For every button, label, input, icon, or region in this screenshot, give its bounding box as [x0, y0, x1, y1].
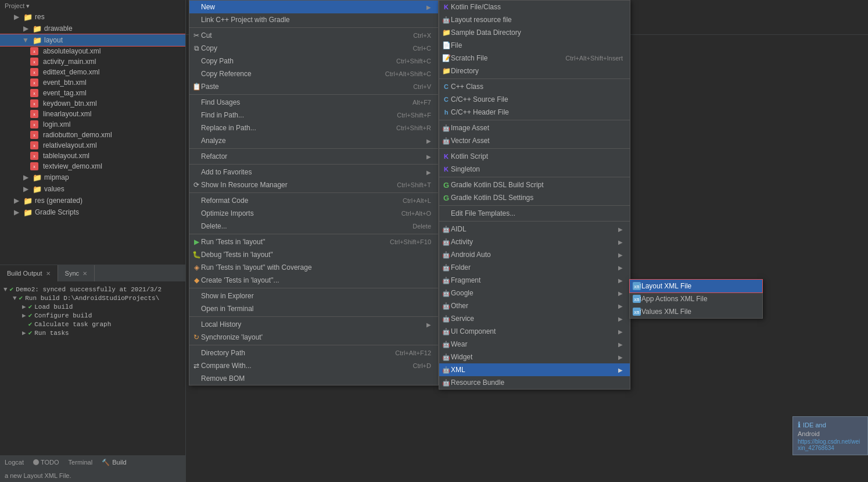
- menu-item-remove-bom[interactable]: Remove BOM: [189, 372, 438, 385]
- menu-item-copy-reference[interactable]: Copy Reference Ctrl+Alt+Shift+C: [189, 67, 438, 80]
- menu-item-analyze[interactable]: Analyze ▶: [189, 134, 438, 147]
- tree-item-gradle-scripts[interactable]: ▶ 📁 Gradle Scripts: [0, 206, 185, 218]
- menu-item-resource-bundle[interactable]: 🤖 Resource Bundle: [439, 376, 630, 389]
- menu-item-paste[interactable]: 📋 Paste Ctrl+V: [189, 80, 438, 93]
- menu-item-run-with-coverage[interactable]: ◈ Run 'Tests in 'layout'' with Coverage: [189, 261, 438, 274]
- tree-item-tablelayout[interactable]: x tablelayout.xml: [0, 151, 185, 161]
- menu-item-fragment[interactable]: 🤖 Fragment ▶: [439, 274, 630, 287]
- build-line[interactable]: ▶ ✔ Configure build: [3, 311, 182, 320]
- menu-item-find-usages[interactable]: Find Usages Alt+F7: [189, 96, 438, 109]
- build-line[interactable]: ▶ ✔ Load build: [3, 302, 182, 311]
- menu-item-activity[interactable]: 🤖 Activity ▶: [439, 235, 630, 248]
- build-line[interactable]: ▼ ✔ Run build D:\AndroidStudioProjects\: [3, 294, 182, 302]
- menu-item-local-history[interactable]: Local History ▶: [189, 318, 438, 331]
- menu-item-scratch-file[interactable]: 📝 Scratch File Ctrl+Alt+Shift+Insert: [439, 52, 630, 65]
- tool-todo[interactable]: TODO: [33, 459, 59, 466]
- menu-item-service[interactable]: 🤖 Service ▶: [439, 312, 630, 325]
- tool-build[interactable]: 🔨 Build: [102, 459, 126, 466]
- menu-item-edit-templates[interactable]: Edit File Templates...: [439, 207, 630, 220]
- menu-item-compare-with[interactable]: ⇄ Compare With... Ctrl+D: [189, 359, 438, 372]
- tree-item-keydown-btn[interactable]: x keydown_btn.xml: [0, 98, 185, 109]
- tree-item-res-generated[interactable]: ▶ 📁 res (generated): [0, 195, 185, 206]
- menu-item-widget[interactable]: 🤖 Widget ▶: [439, 351, 630, 363]
- tree-item-activity-main[interactable]: x activity_main.xml: [0, 56, 185, 67]
- tree-item-label: event_tag.xml: [43, 89, 87, 97]
- tree-item-login[interactable]: x login.xml: [0, 119, 185, 130]
- close-icon[interactable]: ✕: [46, 270, 51, 277]
- menu-item-image-asset[interactable]: 🤖 Image Asset: [439, 122, 630, 134]
- tree-item-absolutelayout[interactable]: x absolutelayout.xml: [0, 46, 185, 56]
- tree-item-radiobutton-demo[interactable]: x radiobutton_demo.xml: [0, 130, 185, 140]
- menu-item-copy-path[interactable]: Copy Path Ctrl+Shift+C: [189, 55, 438, 67]
- tree-item-event-tag[interactable]: x event_tag.xml: [0, 88, 185, 98]
- menu-item-cpp-header[interactable]: h C/C++ Header File: [439, 106, 630, 119]
- menu-item-show-explorer[interactable]: Show in Explorer: [189, 290, 438, 302]
- tree-item-res[interactable]: ▶ 📁 res: [0, 11, 185, 23]
- menu-item-kotlin-file[interactable]: K Kotlin File/Class: [439, 1, 630, 13]
- menu-item-run-tests[interactable]: ▶ Run 'Tests in 'layout'' Ctrl+Shift+F10: [189, 235, 438, 248]
- menu-item-directory[interactable]: 📁 Directory: [439, 65, 630, 77]
- tool-strip: Logcat TODO Terminal 🔨 Build: [0, 455, 185, 469]
- tool-terminal[interactable]: Terminal: [69, 459, 93, 466]
- menu-label: Copy: [201, 44, 217, 52]
- menu-item-singleton[interactable]: K Singleton: [439, 163, 630, 176]
- menu-item-cut[interactable]: ✂ Cut Ctrl+X: [189, 29, 438, 42]
- close-icon[interactable]: ✕: [83, 270, 87, 277]
- tree-item-edittext-demo[interactable]: x edittext_demo.xml: [0, 67, 185, 77]
- tree-item-layout[interactable]: ▼ 📁 layout: [0, 34, 185, 46]
- menu-item-gradle-build[interactable]: G Gradle Kotlin DSL Build Script: [439, 178, 630, 191]
- tab-build-output[interactable]: Build Output ✕: [0, 265, 58, 281]
- menu-item-aidl[interactable]: 🤖 AIDL ▶: [439, 223, 630, 235]
- folder-icon: 📁: [23, 12, 33, 22]
- context-menu-main: New ▶ Link C++ Project with Gradle ✂ Cut…: [189, 0, 439, 385]
- menu-item-google[interactable]: 🤖 Google ▶: [439, 287, 630, 299]
- menu-item-gradle-settings[interactable]: G Gradle Kotlin DSL Settings: [439, 191, 630, 204]
- tab-sync[interactable]: Sync ✕: [58, 265, 95, 281]
- menu-item-open-terminal[interactable]: Open in Terminal: [189, 302, 438, 315]
- menu-item-directory-path[interactable]: Directory Path Ctrl+Alt+F12: [189, 347, 438, 359]
- menu-item-synchronize[interactable]: ↻ Synchronize 'layout': [189, 331, 438, 344]
- menu-item-values-xml[interactable]: xml Values XML File: [630, 305, 762, 318]
- tree-item-drawable[interactable]: ▶ 📁 drawable: [0, 23, 185, 34]
- menu-item-other[interactable]: 🤖 Other ▶: [439, 299, 630, 312]
- menu-item-ui-component[interactable]: 🤖 UI Component ▶: [439, 325, 630, 338]
- menu-item-debug-tests[interactable]: 🐛 Debug 'Tests in 'layout'': [189, 248, 438, 261]
- menu-item-folder[interactable]: 🤖 Folder ▶: [439, 261, 630, 274]
- menu-item-reformat[interactable]: Reformat Code Ctrl+Alt+L: [189, 194, 438, 207]
- menu-item-create-tests[interactable]: ◆ Create 'Tests in 'layout''...: [189, 274, 438, 287]
- menu-item-cpp-class[interactable]: C C++ Class: [439, 80, 630, 93]
- menu-separator: [189, 27, 438, 28]
- tree-item-values[interactable]: ▶ 📁 values: [0, 183, 185, 195]
- tree-item-event-btn[interactable]: x event_btn.xml: [0, 77, 185, 88]
- tree-item-label: res: [35, 13, 45, 21]
- menu-item-show-resource-manager[interactable]: ⟳ Show In Resource Manager Ctrl+Shift+T: [189, 178, 438, 191]
- menu-item-wear[interactable]: 🤖 Wear ▶: [439, 338, 630, 351]
- menu-item-find-in-path[interactable]: Find in Path... Ctrl+Shift+F: [189, 109, 438, 122]
- tree-item-textview-demo[interactable]: x textview_demo.xml: [0, 161, 185, 172]
- build-line[interactable]: ▼ ✔ Demo2: synced successfully at 2021/3…: [3, 285, 182, 294]
- menu-label: Show in Explorer: [201, 292, 254, 300]
- menu-item-android-auto[interactable]: 🤖 Android Auto ▶: [439, 248, 630, 261]
- tree-item-linearlayout[interactable]: x linearlayout.xml: [0, 109, 185, 119]
- menu-item-vector-asset[interactable]: 🤖 Vector Asset: [439, 134, 630, 147]
- menu-item-cpp-source[interactable]: C C/C++ Source File: [439, 93, 630, 106]
- menu-item-delete[interactable]: Delete... Delete: [189, 220, 438, 233]
- tool-logcat[interactable]: Logcat: [5, 459, 24, 466]
- menu-item-layout-xml-file[interactable]: xml Layout XML File: [630, 280, 762, 292]
- build-line[interactable]: ▶ ✔ Run tasks: [3, 329, 182, 337]
- menu-item-refactor[interactable]: Refactor ▶: [189, 150, 438, 163]
- menu-item-replace-in-path[interactable]: Replace in Path... Ctrl+Shift+R: [189, 122, 438, 134]
- menu-item-kotlin-script[interactable]: K Kotlin Script: [439, 150, 630, 163]
- menu-item-optimize-imports[interactable]: Optimize Imports Ctrl+Alt+O: [189, 207, 438, 220]
- menu-item-copy[interactable]: ⧉ Copy Ctrl+C: [189, 42, 438, 55]
- menu-item-layout-resource[interactable]: 🤖 Layout resource file: [439, 13, 630, 26]
- menu-item-sample-data[interactable]: 📁 Sample Data Directory: [439, 26, 630, 39]
- menu-item-new[interactable]: New ▶: [189, 1, 438, 13]
- menu-item-file[interactable]: 📄 File: [439, 39, 630, 52]
- menu-item-link-cpp[interactable]: Link C++ Project with Gradle: [189, 13, 438, 26]
- tree-item-mipmap[interactable]: ▶ 📁 mipmap: [0, 172, 185, 183]
- menu-item-app-actions-xml[interactable]: xml App Actions XML File: [630, 292, 762, 305]
- menu-item-xml[interactable]: 🤖 XML ▶: [439, 363, 630, 376]
- tree-item-relativelayout[interactable]: x relativelayout.xml: [0, 140, 185, 151]
- menu-item-add-favorites[interactable]: Add to Favorites ▶: [189, 166, 438, 178]
